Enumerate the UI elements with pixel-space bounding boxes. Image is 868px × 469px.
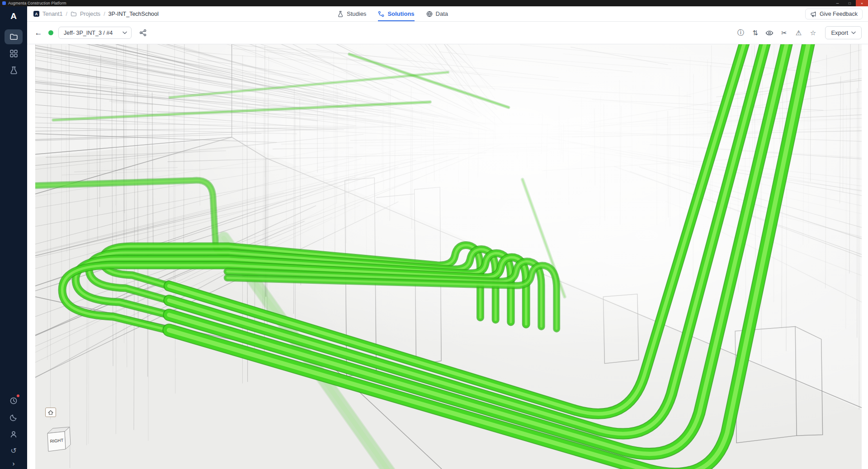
breadcrumb: A Tenant1 / Projects / 3P-INT_TechSchool bbox=[27, 11, 159, 17]
visibility-button[interactable] bbox=[764, 27, 775, 39]
sidebar-item-modules[interactable] bbox=[5, 46, 23, 61]
app-window: Augmenta Construction Platform ─ □ × A bbox=[0, 0, 868, 469]
center-tabs: Studies Solutions Data bbox=[337, 6, 448, 21]
app-icon bbox=[2, 1, 6, 5]
sidebar-item-activity[interactable] bbox=[5, 393, 23, 408]
tab-data-label: Data bbox=[436, 10, 448, 17]
user-icon bbox=[9, 430, 18, 438]
main-area: A Tenant1 / Projects / 3P-INT_TechSchool bbox=[27, 6, 868, 469]
history-icon: ↺ bbox=[10, 447, 16, 455]
solution-toolbar: ← Jeff- 3P_INT_3 / #4 ⓘ ⇅ bbox=[27, 22, 868, 44]
os-titlebar: Augmenta Construction Platform ─ □ × bbox=[0, 0, 868, 6]
info-button[interactable]: ⓘ bbox=[735, 27, 746, 39]
data-icon bbox=[426, 11, 433, 17]
home-view-button[interactable] bbox=[45, 408, 56, 417]
share-button[interactable] bbox=[139, 29, 147, 37]
clock-icon bbox=[9, 397, 18, 405]
home-icon bbox=[47, 409, 54, 415]
viewport-container: RIGHT bbox=[27, 44, 868, 469]
folder-icon bbox=[71, 11, 77, 17]
export-label: Export bbox=[831, 29, 848, 36]
brand-logo: A bbox=[10, 9, 17, 23]
tenant-logo-icon: A bbox=[33, 11, 39, 17]
give-feedback-label: Give Feedback bbox=[820, 11, 858, 17]
eye-icon bbox=[765, 29, 774, 37]
tab-studies[interactable]: Studies bbox=[337, 6, 366, 21]
studies-icon bbox=[337, 11, 344, 17]
breadcrumb-separator: / bbox=[66, 11, 67, 17]
solution-status-dot bbox=[48, 30, 53, 35]
export-button[interactable]: Export bbox=[825, 26, 862, 39]
solutions-icon bbox=[378, 11, 384, 17]
tab-solutions[interactable]: Solutions bbox=[378, 6, 414, 21]
maximize-button[interactable]: □ bbox=[844, 0, 856, 6]
model-scene bbox=[35, 44, 862, 469]
chevron-down-icon bbox=[851, 31, 856, 34]
solution-selector[interactable]: Jeff- 3P_INT_3 / #4 bbox=[58, 27, 132, 39]
solution-name: Jeff- 3P_INT_3 / #4 bbox=[64, 30, 113, 36]
back-button[interactable]: ← bbox=[33, 28, 43, 38]
sidebar-item-projects[interactable] bbox=[5, 29, 23, 44]
top-navigation: A Tenant1 / Projects / 3P-INT_TechSchool bbox=[27, 6, 868, 22]
sidebar: A bbox=[0, 6, 27, 469]
window-controls: ─ □ × bbox=[831, 0, 868, 6]
sidebar-expand-chevron[interactable]: › bbox=[0, 459, 27, 467]
sidebar-item-theme[interactable] bbox=[5, 410, 23, 425]
breadcrumb-tenant[interactable]: Tenant1 bbox=[42, 11, 62, 17]
grid-icon bbox=[9, 49, 18, 58]
share-icon bbox=[139, 29, 147, 37]
chevron-down-icon bbox=[123, 31, 127, 34]
breadcrumb-separator: / bbox=[104, 11, 105, 17]
sidebar-item-history[interactable]: ↺ bbox=[5, 443, 23, 458]
megaphone-icon bbox=[810, 11, 816, 17]
moon-icon bbox=[9, 413, 18, 422]
3d-viewport[interactable]: RIGHT bbox=[35, 44, 862, 469]
notification-badge bbox=[17, 394, 19, 397]
tab-data[interactable]: Data bbox=[426, 6, 448, 21]
breadcrumb-project-name[interactable]: 3P-INT_TechSchool bbox=[108, 11, 159, 17]
viewer-tools: ⓘ ⇅ ✂ ⚠ ☆ Export bbox=[735, 26, 862, 39]
flask-icon bbox=[9, 66, 18, 75]
give-feedback-button[interactable]: Give Feedback bbox=[805, 9, 863, 19]
issues-button[interactable]: ⚠ bbox=[793, 27, 804, 39]
minimize-button[interactable]: ─ bbox=[831, 0, 844, 6]
close-button[interactable]: × bbox=[856, 0, 868, 6]
sidebar-item-studies[interactable] bbox=[5, 63, 23, 78]
breadcrumb-projects[interactable]: Projects bbox=[80, 11, 100, 17]
tab-solutions-label: Solutions bbox=[387, 10, 414, 17]
navigation-cube[interactable]: RIGHT bbox=[43, 426, 73, 453]
favorite-button[interactable]: ☆ bbox=[807, 27, 819, 39]
section-cut-button[interactable]: ✂ bbox=[778, 27, 790, 39]
tab-studies-label: Studies bbox=[347, 10, 366, 17]
folder-icon bbox=[9, 33, 18, 41]
sidebar-item-account[interactable] bbox=[5, 427, 23, 441]
window-title: Augmenta Construction Platform bbox=[8, 1, 66, 5]
compare-button[interactable]: ⇅ bbox=[749, 27, 761, 39]
